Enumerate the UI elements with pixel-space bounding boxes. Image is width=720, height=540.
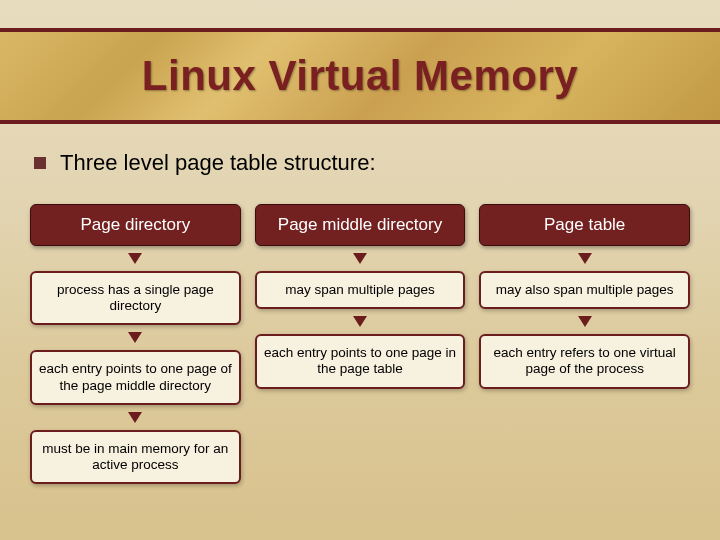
title-band: Linux Virtual Memory [0, 28, 720, 124]
bullet-row: Three level page table structure: [34, 150, 690, 176]
column-header: Page middle directory [255, 204, 466, 246]
info-box: process has a single page directory [30, 271, 241, 325]
arrow-down-icon [128, 253, 142, 264]
arrow-down-icon [578, 253, 592, 264]
info-box: each entry points to one page in the pag… [255, 334, 466, 388]
diagram: Page directory process has a single page… [30, 204, 690, 484]
column-header: Page table [479, 204, 690, 246]
arrow-down-icon [128, 412, 142, 423]
info-box: may span multiple pages [255, 271, 466, 309]
info-box: each entry refers to one virtual page of… [479, 334, 690, 388]
column-header: Page directory [30, 204, 241, 246]
square-bullet-icon [34, 157, 46, 169]
arrow-down-icon [578, 316, 592, 327]
info-box: must be in main memory for an active pro… [30, 430, 241, 484]
column-page-table: Page table may also span multiple pages … [479, 204, 690, 484]
slide-title: Linux Virtual Memory [142, 52, 578, 100]
column-page-middle-directory: Page middle directory may span multiple … [255, 204, 466, 484]
info-box: each entry points to one page of the pag… [30, 350, 241, 404]
info-box: may also span multiple pages [479, 271, 690, 309]
arrow-down-icon [353, 253, 367, 264]
bullet-text: Three level page table structure: [60, 150, 376, 176]
column-page-directory: Page directory process has a single page… [30, 204, 241, 484]
arrow-down-icon [128, 332, 142, 343]
arrow-down-icon [353, 316, 367, 327]
content-area: Three level page table structure: Page d… [30, 150, 690, 484]
